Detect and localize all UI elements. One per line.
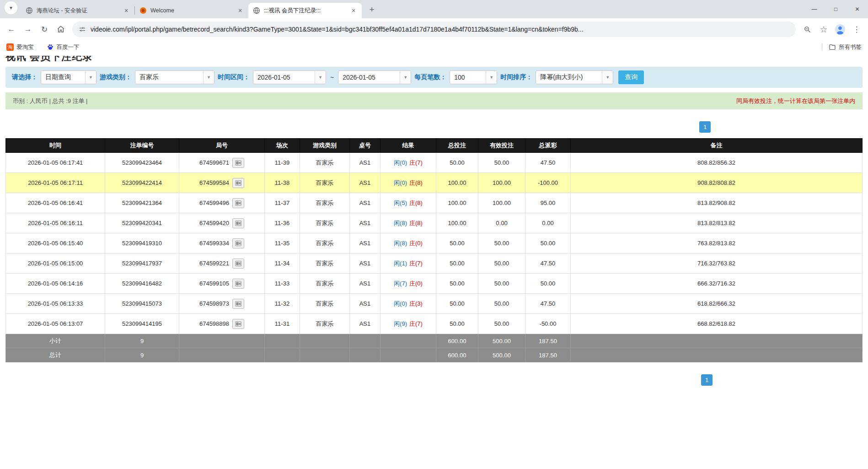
tab-search-button[interactable]: ▾ (5, 1, 17, 14)
cell-game-type: 百家乐 (300, 233, 350, 253)
subtotal-payout: 187.50 (525, 334, 571, 348)
cell-round-id: 674599221 (179, 253, 265, 274)
query-type-select[interactable]: 日期查询 ▼ (41, 70, 96, 84)
query-button[interactable]: 查询 (618, 70, 644, 84)
close-window-button[interactable]: ✕ (847, 0, 868, 18)
chevron-down-icon[interactable]: ▼ (85, 71, 96, 84)
pagination-page-1[interactable]: 1 (699, 121, 711, 133)
forward-button[interactable]: → (20, 22, 36, 37)
home-button[interactable] (53, 22, 69, 37)
result-player: 闲(8) (394, 240, 407, 247)
video-replay-icon-button[interactable] (232, 259, 244, 269)
close-icon[interactable]: ✕ (350, 7, 357, 14)
result-player: 闲(0) (394, 179, 407, 186)
cell-total-bet-link[interactable]: 50.00 (436, 274, 478, 294)
game-type-select[interactable]: 百家乐 ▼ (135, 70, 214, 84)
maximize-button[interactable]: □ (825, 0, 847, 18)
cell-round-id: 674598898 (179, 314, 265, 334)
cell-bet-id: 523099421364 (105, 193, 179, 213)
cell-total-bet-link[interactable]: 100.00 (436, 173, 478, 193)
date-from-select[interactable]: 2026-01-05 ▼ (253, 70, 326, 84)
column-header-2: 注单编号 (105, 139, 179, 153)
cell-payout: -50.00 (525, 314, 571, 334)
bookmark-taobao[interactable]: 淘 爱淘宝 (6, 43, 34, 51)
site-info-icon[interactable] (79, 26, 86, 33)
cell-session: 11-36 (265, 213, 300, 233)
video-replay-icon-button[interactable] (232, 279, 244, 289)
cell-total-bet-link[interactable]: 50.00 (436, 314, 478, 334)
currency-summary: 币别 : 人民币 | 总共 :9 注单 | (13, 97, 88, 105)
cell-total-bet-link[interactable]: 50.00 (436, 153, 478, 173)
zoom-icon[interactable] (799, 22, 815, 37)
cell-game-type: 百家乐 (300, 314, 350, 334)
tab-strip: ▾ 海燕论坛 - 安全验证 ✕ Welcome ✕ :::视讯 会员下注纪录::… (0, 0, 868, 18)
pagination-page-1[interactable]: 1 (701, 374, 713, 386)
new-tab-button[interactable]: + (365, 3, 378, 16)
cell-total-bet-link[interactable]: 50.00 (436, 233, 478, 253)
bookmark-star-icon[interactable]: ☆ (816, 22, 831, 37)
cell-total-bet-link[interactable]: 50.00 (436, 253, 478, 274)
tab-bet-records-active[interactable]: :::视讯 会员下注纪录::: ✕ (248, 3, 362, 18)
total-label: 总计 (6, 348, 105, 362)
cell-session: 11-33 (265, 274, 300, 294)
reload-button[interactable]: ↻ (37, 22, 52, 37)
table-row: 2026-01-05 06:16:41 523099421364 6745994… (6, 193, 863, 213)
bet-records-table: 时间注单编号局号场次游戏类别桌号结果总投注有效投注总派彩备注 2026-01-0… (5, 138, 863, 362)
per-page-select[interactable]: 100 ▼ (450, 70, 497, 84)
menu-kebab-icon[interactable]: ⋮ (849, 22, 864, 37)
video-replay-icon-button[interactable] (232, 158, 244, 168)
close-icon[interactable]: ✕ (123, 7, 130, 14)
welcome-favicon-icon (139, 7, 147, 14)
video-replay-icon-button[interactable] (232, 238, 244, 248)
subtotal-total-bet: 600.00 (436, 334, 478, 348)
round-id-text: 674599334 (199, 240, 229, 247)
cell-total-bet-link[interactable]: 100.00 (436, 193, 478, 213)
bookmark-baidu[interactable]: 百度一下 (47, 43, 80, 51)
video-replay-icon-button[interactable] (232, 218, 244, 228)
cell-total-bet-link[interactable]: 100.00 (436, 213, 478, 233)
chevron-down-icon[interactable]: ▼ (203, 71, 214, 84)
round-id-text: 674599496 (199, 199, 229, 206)
table-header-row: 时间注单编号局号场次游戏类别桌号结果总投注有效投注总派彩备注 (6, 139, 863, 153)
video-replay-icon-button[interactable] (232, 198, 244, 208)
cell-total-bet-link[interactable]: 50.00 (436, 294, 478, 314)
tab-title: 海燕论坛 - 安全验证 (37, 7, 119, 15)
empty-cell (300, 334, 350, 348)
subtotal-count: 9 (105, 334, 179, 348)
close-icon[interactable]: ✕ (236, 7, 244, 14)
cell-time: 2026-01-05 06:15:00 (6, 253, 105, 274)
minimize-button[interactable]: — (804, 0, 825, 18)
all-bookmarks-button[interactable]: 所有书签 (829, 43, 862, 51)
result-banker: 庄(7) (409, 260, 423, 267)
profile-avatar[interactable] (832, 22, 848, 37)
column-header-9: 有效投注 (478, 139, 525, 153)
sort-select[interactable]: 降幂(由大到小) ▼ (536, 70, 613, 84)
result-player: 闲(7) (394, 280, 407, 287)
column-header-7: 结果 (380, 139, 436, 153)
chevron-down-icon[interactable]: ▼ (486, 71, 497, 84)
tab-welcome[interactable]: Welcome ✕ (135, 3, 248, 18)
date-to-select[interactable]: 2026-01-05 ▼ (338, 70, 411, 84)
cell-time: 2026-01-05 06:14:16 (6, 274, 105, 294)
column-header-5: 游戏类别 (300, 139, 350, 153)
cell-valid-bet: 50.00 (478, 314, 525, 334)
url-text[interactable]: videoie.com/ipl/portal.php/game/betrecor… (91, 26, 789, 33)
chevron-down-icon[interactable]: ▼ (602, 71, 613, 84)
video-replay-icon-button[interactable] (232, 319, 244, 329)
result-banker: 庄(0) (409, 240, 423, 247)
empty-cell (350, 334, 380, 348)
url-bar[interactable]: videoie.com/ipl/portal.php/game/betrecor… (72, 22, 796, 37)
empty-cell (300, 348, 350, 362)
chevron-down-icon[interactable]: ▼ (400, 71, 411, 84)
tab-haiyan-forum[interactable]: 海燕论坛 - 安全验证 ✕ (21, 3, 134, 18)
cell-result: 闲(0)庄(7) (380, 153, 436, 173)
cell-table-no: AS1 (350, 233, 380, 253)
video-replay-icon-button[interactable] (232, 299, 244, 309)
all-bookmarks-label: 所有书签 (839, 43, 862, 51)
cell-session: 11-31 (265, 314, 300, 334)
chevron-down-icon[interactable]: ▼ (315, 71, 326, 84)
total-count: 9 (105, 348, 179, 362)
back-button[interactable]: ← (4, 22, 19, 37)
video-replay-icon-button[interactable] (232, 178, 244, 188)
cell-payout: -100.00 (525, 173, 571, 193)
